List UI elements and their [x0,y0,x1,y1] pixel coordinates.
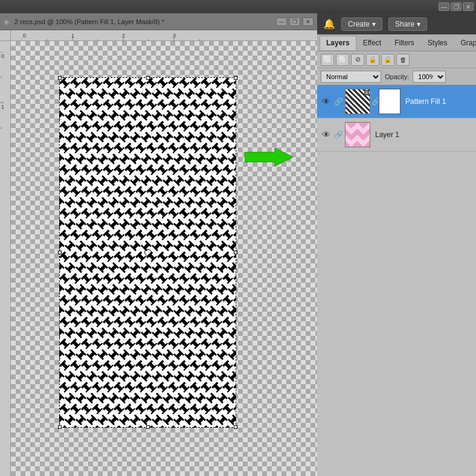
layer-name-layer1: Layer 1 [373,130,472,139]
checker-background [11,41,317,476]
panel-toolbar: ⬜ ⚪ ⊘ 🔒 🔒 🗑 [317,51,476,68]
minimize-button[interactable]: — [439,2,449,11]
tab-layers[interactable]: Layers [320,36,356,50]
ruler-left-svg: 0 1 2 3 4 5 6 7 8 [0,52,11,143]
window-title: 2 recs.psd @ 100% (Pattern Fill 1, Layer… [14,18,274,25]
layer-mask-thumbnail-pattern-fill [379,89,400,114]
document-icon: ◈ [4,18,12,26]
layer-thumb-group-layer1 [345,122,370,147]
link-button[interactable]: ⚪ [336,54,349,66]
mask-button[interactable]: ⊘ [351,54,364,66]
lock2-button[interactable]: 🔒 [381,54,394,66]
notification-icon[interactable]: 🔔 [323,18,335,30]
layer-thumbnail-layer1 [345,122,370,147]
top-toolbar: 🔔 Create ▾ Share ▾ [317,13,476,34]
opacity-select[interactable]: 100% 75% 50% 25% [413,71,446,83]
blend-row: Normal Multiply Screen Overlay Opacity: … [317,68,476,85]
opacity-label: Opacity: [385,73,409,80]
blend-mode-select[interactable]: Normal Multiply Screen Overlay [321,71,381,83]
tab-styles[interactable]: Styles [421,36,454,50]
tab-filters[interactable]: Filters [388,36,421,50]
green-arrow [245,148,293,166]
window-minimize-button[interactable]: — [276,18,287,26]
svg-marker-44 [245,148,293,166]
svg-text:2: 2 [122,33,125,39]
ruler-left: 0 1 2 3 4 5 6 7 8 [0,41,11,476]
layer-visibility-layer1[interactable]: 👁 [321,130,332,140]
window-restore-button[interactable]: ❐ [289,18,300,26]
close-button[interactable]: ✕ [463,2,474,11]
window-close-button[interactable]: ✕ [303,18,314,26]
layer-item-pattern-fill-1[interactable]: 👁 🔗 8 🔗 Pattern Fill 1 [317,85,476,118]
tab-effect[interactable]: Effect [356,36,388,50]
tab-graph[interactable]: Graph [454,36,476,50]
svg-text:1: 1 [71,33,74,39]
ruler-corner [0,30,11,41]
layer-link-pattern-fill[interactable]: 🔗 [334,97,343,106]
title-bar: — ❐ ✕ [0,0,476,13]
svg-text:3: 3 [173,33,176,39]
layer-visibility-pattern-fill[interactable]: 👁 [321,97,332,106]
panels-area: Layers Effect Filters Styles Graph ≡ ⬜ ⚪… [317,34,476,476]
layer-thumb-chain: 🔗 [371,97,378,106]
svg-text:0: 0 [23,33,26,39]
restore-button[interactable]: ❐ [451,2,462,11]
svg-text:0: 0 [1,53,4,59]
layer-thumbnail-pattern-fill: 8 [345,89,370,114]
create-button[interactable]: Create ▾ [341,18,382,31]
canvas-area: ◈ 2 recs.psd @ 100% (Pattern Fill 1, Lay… [0,13,317,476]
layer-item-layer1[interactable]: 👁 🔗 Layer 1 [317,118,476,152]
layer-link-layer1[interactable]: 🔗 [334,130,343,139]
delete-button[interactable]: 🗑 [396,54,410,66]
layer-thumb-group-pattern-fill: 8 🔗 [345,89,400,114]
svg-text:1: 1 [1,104,4,110]
canvas-viewport[interactable]: 0 1 2 3 4 5 [0,30,317,476]
share-button[interactable]: Share ▾ [388,18,427,31]
window-titlebar: ◈ 2 recs.psd @ 100% (Pattern Fill 1, Lay… [0,13,317,30]
lock-button[interactable]: 🔒 [366,54,379,66]
layer-list: 👁 🔗 8 🔗 Pattern Fill 1 👁 🔗 [317,85,476,476]
layer-name-pattern-fill: Pattern Fill 1 [403,97,472,106]
pattern-canvas [11,41,317,476]
ruler-top-svg: 0 1 2 3 4 5 [22,30,203,41]
ruler-top: 0 1 2 3 4 5 [11,30,317,41]
new-layer-button[interactable]: ⬜ [321,54,334,66]
panel-tabs: Layers Effect Filters Styles Graph ≡ [317,34,476,51]
